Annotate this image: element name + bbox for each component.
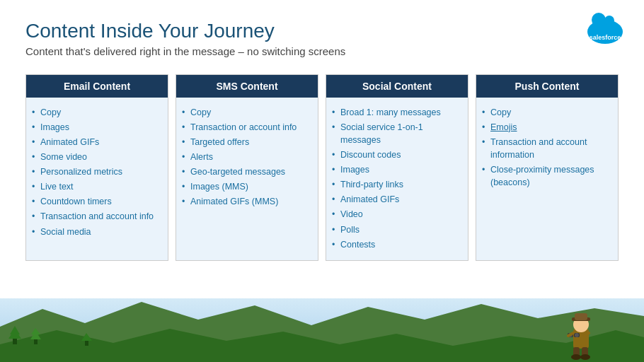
- list-item: Copy: [179, 105, 312, 119]
- svg-rect-16: [575, 313, 587, 320]
- list-item: Third-party links: [329, 177, 462, 192]
- list-item: Transaction or account info: [179, 119, 312, 134]
- list-item: Social service 1-on-1 messages: [329, 119, 462, 147]
- svg-marker-7: [31, 328, 40, 334]
- column-header-sms: SMS Content: [176, 75, 318, 98]
- column-email: Email ContentCopyImagesAnimated GIFsSome…: [25, 74, 168, 261]
- list-item: Emojis: [479, 119, 612, 134]
- content-columns: Email ContentCopyImagesAnimated GIFsSome…: [0, 74, 644, 261]
- list-item: Copy: [29, 105, 162, 119]
- sf-cloud-shape: salesforce: [587, 20, 623, 44]
- list-item: Images: [329, 163, 462, 177]
- list-item: Discount codes: [329, 147, 462, 162]
- list-item: Alerts: [179, 149, 312, 164]
- column-header-social: Social Content: [326, 75, 468, 98]
- column-social: Social ContentBroad 1: many messagesSoci…: [326, 74, 468, 261]
- list-item: Transaction and account info: [29, 209, 162, 224]
- header-section: Content Inside Your Journey Content that…: [0, 0, 644, 74]
- page-subtitle: Content that's delivered right in the me…: [25, 45, 619, 57]
- column-body-sms: CopyTransaction or account infoTargeted …: [176, 98, 318, 260]
- list-item: Targeted offers: [179, 134, 312, 149]
- list-item: Transaction and account information: [479, 134, 612, 162]
- list-item: Animated GIFs: [329, 192, 462, 207]
- page-title: Content Inside Your Journey: [25, 20, 619, 42]
- column-body-push: CopyEmojisTransaction and account inform…: [476, 98, 618, 260]
- list-item: Video: [329, 207, 462, 222]
- column-push: Push ContentCopyEmojisTransaction and ac…: [476, 74, 619, 261]
- list-item: Countdown timers: [29, 194, 162, 209]
- svg-point-20: [575, 333, 579, 337]
- svg-point-25: [571, 354, 581, 360]
- list-item: Images: [29, 119, 162, 134]
- column-sms: SMS ContentCopyTransaction or account in…: [176, 74, 318, 261]
- list-item: Animated GIFs (MMS): [179, 194, 312, 209]
- list-item: Social media: [29, 224, 162, 239]
- list-item: Animated GIFs: [29, 134, 162, 149]
- list-item: Contests: [329, 237, 462, 252]
- scenery-background: [0, 298, 644, 362]
- column-header-email: Email Content: [26, 75, 168, 98]
- list-item: Broad 1: many messages: [329, 105, 462, 119]
- list-item: Geo-targeted messages: [179, 165, 312, 180]
- character: [559, 308, 602, 361]
- list-item: Live text: [29, 180, 162, 194]
- svg-marker-1: [0, 329, 644, 362]
- salesforce-logo: salesforce: [587, 14, 623, 49]
- svg-point-26: [580, 354, 590, 360]
- column-header-push: Push Content: [476, 75, 618, 98]
- list-item: Copy: [479, 105, 612, 119]
- mountains-front: [0, 323, 644, 362]
- column-body-email: CopyImagesAnimated GIFsSome videoPersona…: [26, 98, 168, 260]
- sf-logo-text: salesforce: [590, 34, 621, 41]
- column-body-social: Broad 1: many messagesSocial service 1-o…: [326, 98, 468, 260]
- list-item: Some video: [29, 149, 162, 164]
- list-item: Polls: [329, 222, 462, 237]
- list-item: Personalized metrics: [29, 165, 162, 180]
- svg-marker-4: [10, 326, 20, 334]
- list-item: Close-proximity messages (beacons): [479, 163, 612, 190]
- list-item: Images (MMS): [179, 180, 312, 194]
